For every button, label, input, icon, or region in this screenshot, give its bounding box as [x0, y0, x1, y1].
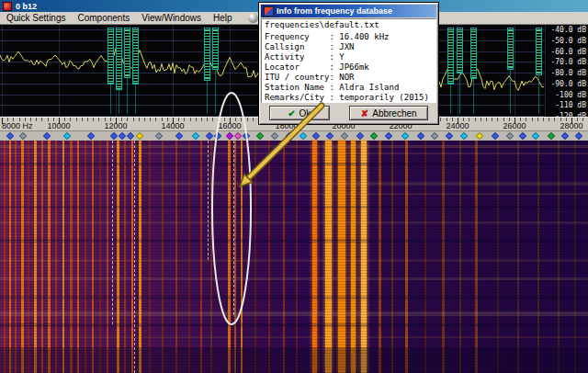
frequency-marker-diamond[interactable] [401, 132, 409, 140]
dialog-buttons: ✔ Ok ✘ Abbrechen [259, 104, 438, 122]
frequency-marker-diamond[interactable] [206, 132, 213, 140]
ruler-major-tick [458, 118, 458, 124]
field-station-name: Station Name : Aldra Island [265, 83, 433, 93]
db-label: -90.0 dB [550, 80, 586, 88]
waterfall-display[interactable] [0, 141, 588, 373]
db-label: -70.0 dB [550, 58, 586, 66]
db-label: -100 dB [555, 91, 586, 99]
frequency-marker-diamond[interactable] [256, 132, 264, 140]
frequency-marker-diamond[interactable] [312, 132, 320, 140]
frequency-marker-diamond[interactable] [136, 132, 143, 140]
menu-quick-settings[interactable]: Quick Settings [6, 13, 65, 23]
station-label-tag[interactable] [204, 28, 210, 81]
station-marker-line [538, 75, 539, 114]
frequency-marker-diamond[interactable] [492, 132, 499, 140]
frequency-marker-strip[interactable] [0, 130, 588, 141]
dialog-title-bar[interactable]: Info from frequency database [261, 5, 436, 17]
frequency-marker-diamond[interactable] [271, 132, 278, 140]
dialog-icon [264, 6, 274, 17]
frequency-marker-diamond[interactable] [356, 132, 364, 140]
logo-sphere-icon [248, 13, 258, 23]
station-label-tag[interactable] [507, 28, 514, 70]
frequency-marker-diamond[interactable] [155, 132, 163, 140]
station-label-tag[interactable] [457, 28, 463, 73]
frequency-marker-diamond[interactable] [548, 132, 555, 140]
field-frequency: Frequency : 16.400 kHz [265, 32, 433, 42]
frequency-marker-diamond[interactable] [226, 132, 233, 140]
ok-button[interactable]: ✔ Ok [269, 106, 330, 120]
marker-dash-line [208, 141, 209, 260]
ruler-major-tick [571, 118, 572, 124]
database-file-path: frequencies\default.txt [265, 20, 433, 30]
station-label-tag[interactable] [132, 28, 139, 85]
db-label: -50.0 dB [550, 37, 586, 45]
frequency-marker-diamond[interactable] [431, 132, 438, 140]
menu-view-windows[interactable]: View/Windows [141, 13, 201, 23]
station-marker-line [473, 79, 474, 114]
ruler-major-tick [59, 118, 60, 124]
frequency-marker-diamond[interactable] [532, 132, 539, 140]
frequency-marker-diamond[interactable] [506, 132, 514, 140]
frequency-marker-diamond[interactable] [460, 132, 468, 140]
frequency-marker-diamond[interactable] [519, 132, 526, 140]
db-label: -110 dB [555, 101, 586, 109]
station-label-tag[interactable] [107, 28, 114, 85]
station-marker-line [215, 70, 216, 114]
ruler-major-tick [2, 118, 3, 124]
frequency-marker-diamond[interactable] [341, 132, 348, 140]
field-itu-country: ITU / country: NOR [265, 73, 433, 83]
station-marker-line [450, 85, 451, 114]
dialog-content: frequencies\default.txt Frequency : 16.4… [261, 18, 436, 103]
app-icon [3, 2, 12, 11]
frequency-marker-diamond[interactable] [119, 132, 126, 140]
station-label-tag[interactable] [470, 28, 477, 79]
menu-components[interactable]: Components [77, 13, 130, 23]
station-marker-line [135, 85, 136, 114]
frequency-marker-diamond[interactable] [476, 132, 483, 140]
frequency-marker-diamond[interactable] [234, 132, 242, 140]
frequency-marker-diamond[interactable] [243, 132, 250, 140]
waterfall-marker-dashes [0, 141, 588, 373]
station-marker-line [127, 78, 128, 114]
station-label-tag[interactable] [536, 28, 542, 75]
field-locator: Locator : JP66mk [265, 62, 433, 73]
menu-help[interactable]: Help [213, 13, 232, 23]
frequency-marker-diamond[interactable] [43, 132, 51, 140]
cancel-button[interactable]: ✘ Abbrechen [349, 106, 428, 120]
frequency-marker-diamond[interactable] [417, 132, 424, 140]
frequency-marker-diamond[interactable] [446, 132, 453, 140]
field-activity: Activity : Y [265, 52, 433, 62]
db-label: -80.0 dB [550, 69, 586, 77]
x-icon: ✘ [361, 108, 368, 119]
frequency-marker-diamond[interactable] [192, 132, 199, 140]
frequency-marker-diamond[interactable] [127, 132, 134, 140]
ruler-major-tick [514, 118, 515, 124]
frequency-marker-diamond[interactable] [370, 132, 378, 140]
info-dialog: Info from frequency database frequencies… [258, 2, 439, 125]
frequency-marker-diamond[interactable] [385, 132, 392, 140]
station-label-tag[interactable] [447, 28, 454, 85]
frequency-marker-diamond[interactable] [110, 132, 118, 140]
station-label-tag[interactable] [124, 28, 130, 78]
frequency-marker-diamond[interactable] [19, 132, 27, 140]
db-scale: -40.0 dB-50.0 dB-60.0 dB-70.0 dB-80.0 dB… [545, 25, 588, 117]
frequency-marker-diamond[interactable] [561, 132, 569, 140]
frequency-marker-diamond[interactable] [575, 132, 582, 140]
frequency-marker-diamond[interactable] [214, 132, 221, 140]
marker-dash-line [112, 141, 113, 324]
window-title: 0 b12 [16, 2, 37, 11]
frequency-marker-diamond[interactable] [6, 132, 14, 140]
frequency-marker-diamond[interactable] [300, 132, 307, 140]
ruler-major-tick [116, 118, 117, 124]
spectrum-lab-window: 0 b12 Quick Settings Components View/Win… [0, 0, 588, 373]
frequency-marker-diamond[interactable] [175, 132, 183, 140]
frequency-marker-diamond[interactable] [87, 132, 95, 140]
frequency-marker-diamond[interactable] [286, 132, 293, 140]
station-marker-line [207, 81, 208, 114]
frequency-marker-diamond[interactable] [63, 132, 71, 140]
frequency-marker-diamond[interactable] [326, 132, 334, 140]
frequency-label: 8000 Hz [2, 121, 33, 130]
station-label-tag[interactable] [116, 28, 122, 90]
station-label-tag[interactable] [212, 28, 219, 70]
check-icon: ✔ [288, 108, 295, 119]
